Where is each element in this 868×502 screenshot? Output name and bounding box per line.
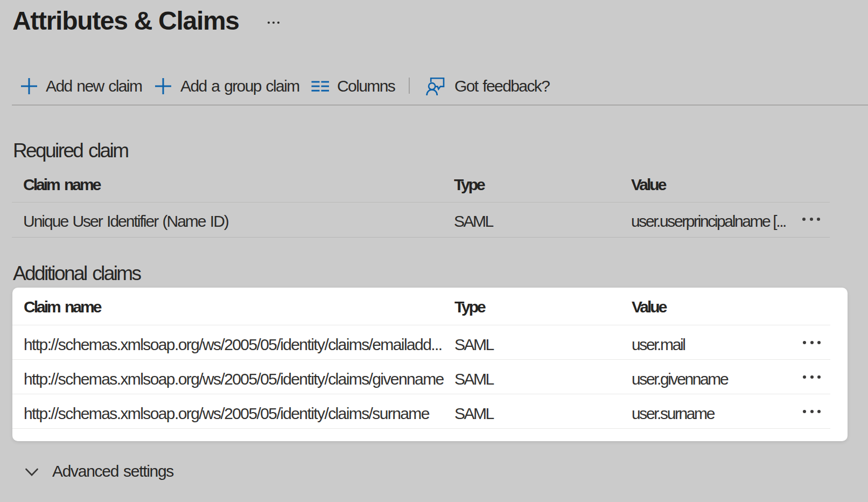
add-group-claim-label: Add a group claim <box>180 77 299 95</box>
additional-claims-highlight-card: Claim name Type Value http://schemas.xml… <box>12 288 848 441</box>
ellipsis-icon <box>277 22 279 24</box>
column-header-claim-name: Claim name <box>24 298 454 316</box>
ellipsis-icon <box>803 341 806 344</box>
toolbar-separator <box>409 78 410 94</box>
toolbar-divider <box>12 104 868 106</box>
column-header-value: Value <box>631 176 791 194</box>
ellipsis-icon <box>817 341 821 344</box>
row-more-options-button[interactable] <box>792 396 830 426</box>
attributes-claims-blade: Attributes & Claims Add new claim Add a … <box>0 0 868 502</box>
ellipsis-icon <box>810 410 814 413</box>
table-header-row: Claim name Type Value <box>12 288 830 325</box>
required-claim-heading: Required claim <box>13 138 128 163</box>
table-row[interactable]: http://schemas.xmlsoap.org/ws/2005/05/id… <box>12 360 830 394</box>
cell-value: user.userprincipalname [... <box>631 212 791 231</box>
ellipsis-icon <box>817 218 820 221</box>
ellipsis-icon <box>803 410 806 413</box>
add-new-claim-label: Add new claim <box>46 77 142 95</box>
cell-type: SAML <box>454 336 632 354</box>
cell-value: user.givenname <box>632 370 792 388</box>
additional-claims-table: Claim name Type Value http://schemas.xml… <box>12 288 830 429</box>
columns-label: Columns <box>337 77 395 95</box>
cell-claim-name[interactable]: http://schemas.xmlsoap.org/ws/2005/05/id… <box>24 370 454 388</box>
columns-icon <box>311 81 329 92</box>
ellipsis-icon <box>268 22 270 24</box>
row-more-options-button[interactable] <box>792 327 830 357</box>
ellipsis-icon <box>272 22 275 24</box>
column-header-value: Value <box>632 298 792 316</box>
person-feedback-icon <box>426 77 445 96</box>
plus-icon <box>21 78 37 95</box>
cell-type: SAML <box>454 370 632 388</box>
table-header-row: Claim name Type Value <box>12 167 830 203</box>
column-header-type: Type <box>454 298 632 316</box>
cell-type: SAML <box>454 212 631 231</box>
plus-icon <box>155 78 171 95</box>
advanced-settings-toggle[interactable]: Advanced settings <box>25 461 173 482</box>
table-row[interactable]: http://schemas.xmlsoap.org/ws/2005/05/id… <box>12 325 830 360</box>
column-header-type: Type <box>454 176 631 194</box>
command-bar: Add new claim Add a group claim Columns <box>0 76 868 96</box>
additional-claims-heading: Additional claims <box>13 261 140 286</box>
advanced-settings-label: Advanced settings <box>52 462 173 480</box>
add-new-claim-button[interactable]: Add new claim <box>21 76 142 96</box>
row-more-options-button[interactable] <box>791 204 830 235</box>
ellipsis-icon <box>803 375 806 379</box>
more-options-button[interactable] <box>268 17 284 28</box>
cell-claim-name[interactable]: http://schemas.xmlsoap.org/ws/2005/05/id… <box>24 405 454 423</box>
required-claim-table: Claim name Type Value Unique User Identi… <box>12 167 830 238</box>
got-feedback-button[interactable]: Got feedback? <box>426 76 549 96</box>
columns-button[interactable]: Columns <box>311 76 395 96</box>
cell-value: user.mail <box>632 336 792 354</box>
ellipsis-icon <box>810 375 814 379</box>
cell-claim-name[interactable]: http://schemas.xmlsoap.org/ws/2005/05/id… <box>24 336 454 354</box>
ellipsis-icon <box>810 341 814 344</box>
table-row[interactable]: Unique User Identifier (Name ID) SAML us… <box>12 203 830 238</box>
ellipsis-icon <box>817 375 821 379</box>
chevron-down-icon <box>25 466 38 477</box>
column-header-claim-name: Claim name <box>23 176 454 194</box>
add-group-claim-button[interactable]: Add a group claim <box>155 76 299 96</box>
page-title: Attributes & Claims <box>12 5 239 37</box>
cell-value: user.surname <box>632 405 792 423</box>
ellipsis-icon <box>810 218 813 221</box>
cell-claim-name[interactable]: Unique User Identifier (Name ID) <box>23 212 454 231</box>
ellipsis-icon <box>802 218 806 221</box>
table-row[interactable]: http://schemas.xmlsoap.org/ws/2005/05/id… <box>12 394 830 429</box>
ellipsis-icon <box>817 410 821 413</box>
cell-type: SAML <box>454 405 632 423</box>
got-feedback-label: Got feedback? <box>454 77 549 95</box>
row-more-options-button[interactable] <box>792 362 830 392</box>
